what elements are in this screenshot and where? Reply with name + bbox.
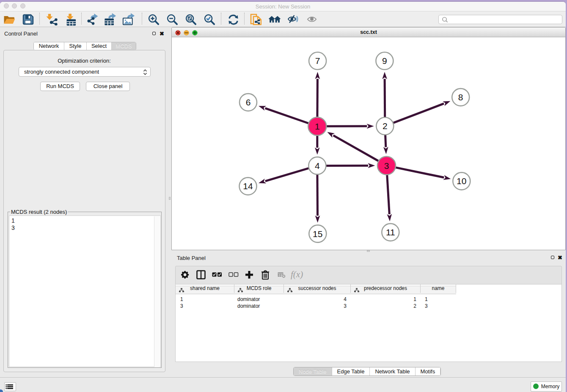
svg-text:15: 15 xyxy=(313,229,322,239)
svg-text:2: 2 xyxy=(383,121,388,131)
svg-text:9: 9 xyxy=(382,56,387,66)
svg-text:3: 3 xyxy=(384,161,389,171)
svg-text:10: 10 xyxy=(457,176,466,186)
svg-text:1: 1 xyxy=(315,121,320,131)
svg-text:7: 7 xyxy=(315,56,320,66)
svg-text:4: 4 xyxy=(315,161,320,171)
svg-text:11: 11 xyxy=(386,227,395,237)
svg-text:14: 14 xyxy=(243,181,253,191)
svg-text:8: 8 xyxy=(458,92,463,102)
svg-text:6: 6 xyxy=(246,97,251,107)
